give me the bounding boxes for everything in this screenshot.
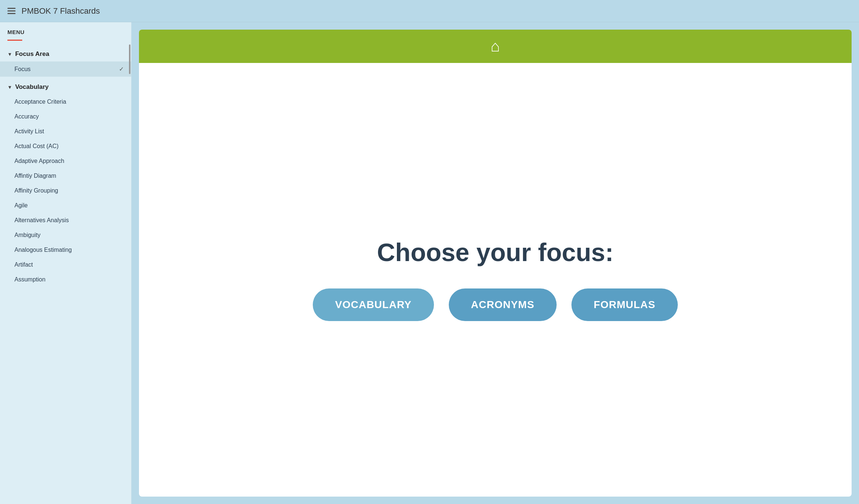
vocabulary-header[interactable]: ▼ Vocabulary	[0, 80, 131, 94]
vocabulary-button[interactable]: VOCABULARY	[313, 288, 434, 321]
formulas-button[interactable]: FORMULAS	[571, 288, 678, 321]
focus-area-header[interactable]: ▼ Focus Area	[0, 47, 131, 61]
home-icon: ⌂	[491, 39, 500, 54]
sidebar-item-label: Affintiy Diagram	[14, 173, 56, 179]
sidebar-item-actual-cost[interactable]: Actual Cost (AC)	[0, 139, 131, 154]
sidebar-item-label: Artifact	[14, 261, 33, 268]
main-card: ⌂ Choose your focus: VOCABULARY ACRONYMS…	[139, 30, 852, 497]
sidebar-item-ambiguity[interactable]: Ambiguity	[0, 228, 131, 243]
sidebar-item-affinity-diagram[interactable]: Affintiy Diagram	[0, 168, 131, 183]
vocabulary-section: ▼ Vocabulary Acceptance Criteria Accurac…	[0, 80, 131, 290]
sidebar-item-analogous-estimating[interactable]: Analogous Estimating	[0, 243, 131, 257]
top-header: PMBOK 7 Flashcards	[0, 0, 859, 22]
sidebar-item-label: Activity List	[14, 128, 44, 135]
sidebar-item-label: Analogous Estimating	[14, 247, 72, 253]
chevron-down-icon: ▼	[7, 84, 12, 90]
focus-prompt: Choose your focus:	[377, 238, 614, 266]
sidebar-item-assumption[interactable]: Assumption	[0, 272, 131, 287]
app-title: PMBOK 7 Flashcards	[21, 6, 100, 16]
check-icon: ✓	[119, 66, 124, 73]
acronyms-button[interactable]: ACRONYMS	[449, 288, 557, 321]
scroll-indicator	[129, 44, 130, 74]
sidebar-item-artifact[interactable]: Artifact	[0, 257, 131, 272]
sidebar-item-agile[interactable]: Agile	[0, 198, 131, 213]
sidebar-item-acceptance-criteria[interactable]: Acceptance Criteria	[0, 94, 131, 109]
focus-buttons-container: VOCABULARY ACRONYMS FORMULAS	[313, 288, 678, 321]
sidebar-item-label: Agile	[14, 202, 28, 209]
sidebar-item-activity-list[interactable]: Activity List	[0, 124, 131, 139]
menu-label: MENU	[0, 22, 131, 40]
card-body: Choose your focus: VOCABULARY ACRONYMS F…	[139, 63, 852, 497]
sidebar-item-label: Adaptive Approach	[14, 158, 64, 164]
sidebar-item-adaptive-approach[interactable]: Adaptive Approach	[0, 154, 131, 168]
sidebar-item-label: Focus	[14, 66, 31, 73]
sidebar-item-label: Acceptance Criteria	[14, 99, 66, 105]
accent-line	[7, 40, 22, 41]
focus-area-label: Focus Area	[15, 50, 49, 58]
card-header: ⌂	[139, 30, 852, 63]
chevron-down-icon: ▼	[7, 51, 12, 57]
sidebar-item-label: Accuracy	[14, 113, 39, 120]
sidebar-item-label: Ambiguity	[14, 232, 40, 238]
focus-area-section: ▼ Focus Area Focus ✓	[0, 47, 131, 80]
sidebar-item-label: Actual Cost (AC)	[14, 143, 59, 150]
content-area: ⌂ Choose your focus: VOCABULARY ACRONYMS…	[132, 22, 859, 504]
sidebar-item-label: Affinity Grouping	[14, 187, 58, 194]
sidebar-item-alternatives-analysis[interactable]: Alternatives Analysis	[0, 213, 131, 228]
sidebar-item-focus[interactable]: Focus ✓	[0, 61, 131, 77]
sidebar-item-label: Assumption	[14, 276, 46, 283]
vocabulary-label: Vocabulary	[15, 83, 49, 91]
sidebar-item-affinity-grouping[interactable]: Affinity Grouping	[0, 183, 131, 198]
sidebar-item-label: Alternatives Analysis	[14, 217, 69, 224]
sidebar-item-accuracy[interactable]: Accuracy	[0, 109, 131, 124]
sidebar: MENU ▼ Focus Area Focus ✓ ▼ Vocabulary A…	[0, 22, 132, 504]
hamburger-menu[interactable]	[7, 8, 16, 14]
main-layout: MENU ▼ Focus Area Focus ✓ ▼ Vocabulary A…	[0, 22, 859, 504]
